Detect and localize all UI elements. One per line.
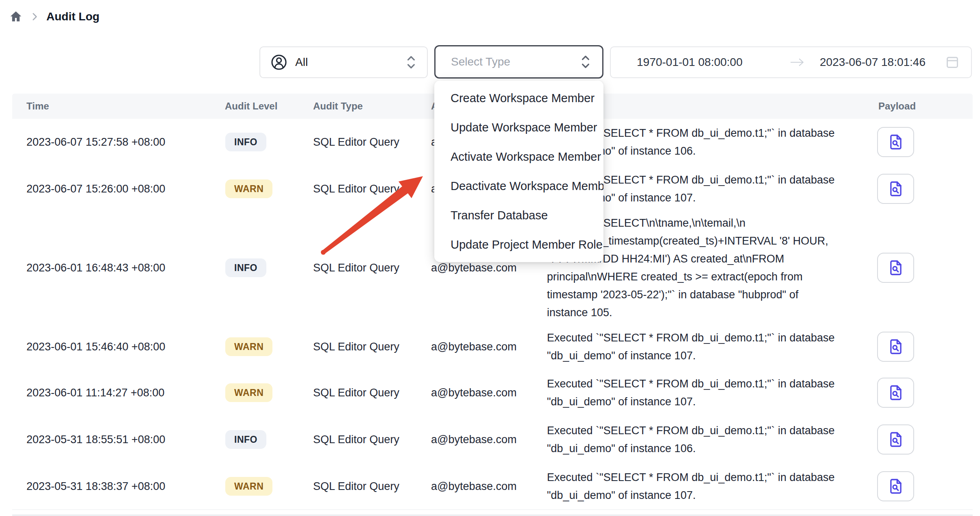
cell-comment: Executed `"SELECT * FROM db_ui_demo.t1;"… (547, 468, 835, 504)
chevron-right-icon (29, 11, 40, 22)
cell-actor: a@bytebase.com (431, 340, 517, 353)
cell-actor: a@bytebase.com (431, 387, 517, 399)
payload-view-button[interactable] (877, 424, 914, 455)
file-search-icon (887, 180, 905, 198)
date-range-picker[interactable]: 1970-01-01 08:00:00 2023-06-07 18:01:46 (610, 46, 972, 78)
cell-audit-type: SQL Editor Query (313, 136, 399, 149)
cell-actor: a@bytebase.com (431, 433, 517, 446)
payload-view-button[interactable] (877, 127, 914, 157)
audit-level-badge: WARN (225, 179, 272, 198)
table-row: 2023-05-31 18:38:37 +08:00 WARN SQL Edit… (12, 463, 973, 510)
arrow-right-icon (775, 57, 820, 68)
selector-chevrons-icon (579, 53, 592, 71)
file-search-icon (887, 477, 905, 495)
cell-audit-type: SQL Editor Query (313, 433, 399, 446)
cell-time: 2023-06-01 11:14:27 +08:00 (26, 387, 165, 399)
cell-audit-type: SQL Editor Query (313, 387, 399, 399)
page-title: Audit Log (46, 10, 100, 23)
file-search-icon (887, 259, 905, 277)
cell-audit-type: SQL Editor Query (313, 480, 399, 492)
menu-item-activate-workspace-member[interactable]: Activate Workspace Member (434, 142, 603, 171)
file-search-icon (887, 431, 905, 448)
file-search-icon (887, 133, 905, 151)
cell-time: 2023-05-31 18:38:37 +08:00 (26, 480, 166, 492)
actor-filter-value: All (295, 56, 308, 69)
date-range-start[interactable]: 1970-01-01 08:00:00 (637, 56, 775, 69)
col-time: Time (26, 101, 49, 112)
payload-view-button[interactable] (877, 174, 914, 204)
audit-level-badge: WARN (225, 337, 272, 356)
cell-actor: a@bytebase.com (431, 262, 517, 274)
table-bottom-divider (12, 514, 973, 516)
menu-item-transfer-database[interactable]: Transfer Database (434, 201, 603, 230)
calendar-icon (944, 54, 960, 70)
audit-level-badge: WARN (225, 383, 272, 402)
table-row: 2023-06-01 15:46:40 +08:00 WARN SQL Edit… (12, 324, 973, 370)
file-search-icon (887, 338, 905, 356)
cell-time: 2023-06-01 16:48:43 +08:00 (26, 262, 166, 274)
actor-filter-select[interactable]: All (259, 46, 428, 78)
cell-time: 2023-06-01 15:46:40 +08:00 (26, 340, 166, 353)
table-row: 2023-06-01 11:14:27 +08:00 WARN SQL Edit… (12, 370, 973, 416)
breadcrumb: Audit Log (9, 10, 100, 24)
date-range-end[interactable]: 2023-06-07 18:01:46 (820, 56, 926, 69)
audit-type-filter-select[interactable]: Select Type (434, 45, 603, 79)
col-payload: Payload (878, 101, 916, 112)
cell-audit-type: SQL Editor Query (313, 340, 399, 353)
cell-comment: Executed `"SELECT * FROM db_ui_demo.t1;"… (547, 422, 835, 457)
menu-item-create-workspace-member[interactable]: Create Workspace Member (434, 83, 603, 113)
cell-comment: Executed `"SELECT * FROM db_ui_demo.t1;"… (547, 329, 835, 365)
col-level: Audit Level (225, 101, 277, 112)
audit-level-badge: INFO (225, 430, 266, 449)
cell-time: 2023-06-07 15:26:00 +08:00 (26, 182, 166, 195)
col-type: Audit Type (313, 101, 363, 112)
audit-level-badge: INFO (225, 258, 266, 277)
audit-level-badge: INFO (225, 133, 266, 151)
cell-time: 2023-06-07 15:27:58 +08:00 (26, 136, 166, 149)
cell-comment: Executed `"SELECT * FROM db_ui_demo.t1;"… (547, 375, 835, 411)
payload-view-button[interactable] (877, 378, 914, 408)
payload-view-button[interactable] (877, 471, 914, 501)
cell-actor: a@bytebase.com (431, 480, 517, 492)
table-row: 2023-05-31 18:55:51 +08:00 INFO SQL Edit… (12, 416, 973, 463)
selector-chevrons-icon (405, 53, 417, 71)
menu-item-update-workspace-member[interactable]: Update Workspace Member (434, 113, 603, 142)
menu-item-update-project-member[interactable]: Update Project Member Role (434, 230, 603, 259)
type-select-placeholder: Select Type (451, 55, 510, 68)
person-circle-icon (270, 53, 288, 71)
cell-time: 2023-05-31 18:55:51 +08:00 (26, 433, 166, 446)
payload-view-button[interactable] (877, 253, 914, 283)
cell-audit-type: SQL Editor Query (313, 262, 399, 274)
cell-audit-type: SQL Editor Query (313, 182, 399, 195)
payload-view-button[interactable] (877, 332, 914, 362)
menu-item-deactivate-workspace-member[interactable]: Deactivate Workspace Member (434, 171, 603, 201)
home-icon[interactable] (9, 10, 23, 24)
audit-level-badge: WARN (225, 477, 272, 496)
type-select-dropdown-menu: Create Workspace Member Update Workspace… (434, 81, 603, 262)
file-search-icon (887, 384, 905, 402)
